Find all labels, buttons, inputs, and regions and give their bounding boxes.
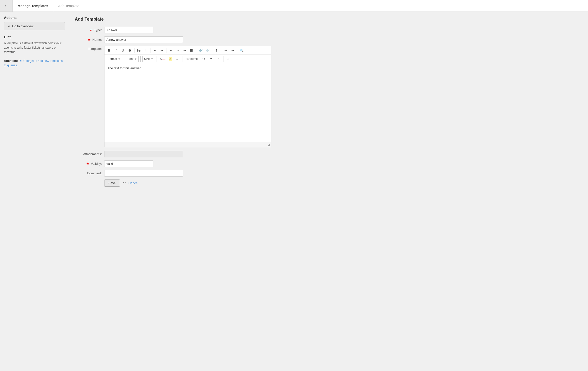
indent-button[interactable]: ⇥ bbox=[159, 47, 165, 54]
toolbar-sep-2 bbox=[150, 48, 150, 53]
link-button[interactable]: 🔗 bbox=[197, 47, 204, 54]
form-actions: Save or Cancel bbox=[75, 179, 582, 187]
highlight-color-button[interactable]: A bbox=[168, 56, 173, 62]
toolbar-sep-12 bbox=[223, 56, 223, 62]
source-button[interactable]: ⎘ Source bbox=[184, 56, 199, 62]
format-dropdown[interactable]: Format ▼ bbox=[106, 56, 122, 62]
actions-title: Actions bbox=[4, 16, 65, 20]
sidebar: Actions ◄ Go to overview Hint A template… bbox=[0, 12, 69, 371]
attachments-row: Attachments: bbox=[75, 151, 582, 157]
type-label: ★ Type: bbox=[75, 28, 104, 32]
justify-button[interactable]: ☰ bbox=[188, 47, 195, 54]
source-icon: ⎘ bbox=[186, 57, 188, 61]
required-star: ★ bbox=[89, 28, 92, 32]
block-button[interactable]: ¶ bbox=[213, 47, 220, 54]
manage-templates-breadcrumb[interactable]: Manage Templates bbox=[13, 0, 53, 12]
hint-text: A template is a default text which helps… bbox=[4, 41, 65, 68]
main-layout: Actions ◄ Go to overview Hint A template… bbox=[0, 12, 588, 371]
attachments-input[interactable] bbox=[104, 151, 183, 157]
toolbar-sep-10 bbox=[157, 56, 157, 62]
toolbar-sep-9 bbox=[140, 56, 141, 62]
ordered-list-button[interactable]: № bbox=[136, 47, 142, 54]
align-left-button[interactable]: ⇤ bbox=[168, 47, 174, 54]
toolbar-sep-3 bbox=[166, 48, 166, 53]
strikethrough-button[interactable]: S bbox=[127, 47, 133, 54]
template-label: Template: bbox=[75, 46, 104, 51]
editor-body[interactable]: The text for this answer . . . bbox=[104, 63, 271, 142]
required-star-3: ★ bbox=[86, 162, 89, 165]
size-dropdown[interactable]: Size ▼ bbox=[142, 56, 155, 62]
name-input[interactable] bbox=[104, 36, 183, 43]
italic-button[interactable]: I bbox=[113, 47, 119, 54]
editor-toolbar-row2: Format ▼ Font ▼ Size ▼ A bbox=[104, 55, 271, 63]
required-star-2: ★ bbox=[88, 38, 91, 41]
font-color-button[interactable]: A bbox=[159, 56, 167, 62]
underline-button[interactable]: U bbox=[120, 47, 126, 54]
quote-button[interactable]: ❝ bbox=[208, 56, 214, 62]
comment-input[interactable] bbox=[104, 170, 183, 177]
font-color-indicator bbox=[162, 59, 165, 59]
bold-button[interactable]: B bbox=[106, 47, 112, 54]
editor-container: B I U S № ⋮ ⇤ ⇥ ⇤ ↔ ⇥ ☰ 🔗 bbox=[104, 46, 271, 147]
editor-placeholder: The text for this answer . . . bbox=[107, 66, 268, 70]
fullscreen-button[interactable]: ⤢ bbox=[225, 56, 232, 62]
type-row: ★ Type: bbox=[75, 27, 582, 33]
home-icon: ⌂ bbox=[5, 3, 8, 8]
type-input[interactable] bbox=[104, 27, 153, 33]
comment-label: Comment: bbox=[75, 171, 104, 175]
name-label: ★ Name: bbox=[75, 38, 104, 41]
font-dropdown[interactable]: Font ▼ bbox=[126, 56, 139, 62]
align-center-button[interactable]: ↔ bbox=[175, 47, 181, 54]
toolbar-sep-7 bbox=[237, 48, 237, 53]
resize-icon: ◢ bbox=[267, 143, 270, 147]
toolbar-sep-8 bbox=[124, 56, 124, 62]
go-to-overview-button[interactable]: ◄ Go to overview bbox=[4, 22, 65, 30]
toolbar-sep-5 bbox=[212, 48, 212, 53]
attachments-label: Attachments: bbox=[75, 152, 104, 156]
cancel-link[interactable]: Cancel bbox=[128, 181, 138, 185]
add-template-breadcrumb: Add Template bbox=[53, 0, 84, 12]
save-button[interactable]: Save bbox=[104, 179, 120, 187]
find-button[interactable]: 🔍 bbox=[238, 47, 245, 54]
page-title: Add Template bbox=[75, 17, 582, 22]
validity-label: ★ Validity: bbox=[75, 162, 104, 165]
validity-row: ★ Validity: bbox=[75, 160, 582, 167]
hint-box: Hint A template is a default text which … bbox=[4, 35, 65, 68]
name-row: ★ Name: bbox=[75, 36, 582, 43]
unlink-button[interactable]: 🔗 bbox=[204, 47, 211, 54]
editor-toolbar-row1: B I U S № ⋮ ⇤ ⇥ ⇤ ↔ ⇥ ☰ 🔗 bbox=[104, 46, 271, 55]
comment-row: Comment: bbox=[75, 170, 582, 177]
validity-input[interactable] bbox=[104, 160, 153, 167]
toolbar-sep-6 bbox=[221, 48, 221, 53]
redo-button[interactable]: ↪ bbox=[229, 47, 236, 54]
unordered-list-button[interactable]: ⋮ bbox=[143, 47, 149, 54]
content-area: Add Template ★ Type: ★ Name: Template: B bbox=[69, 12, 588, 371]
omega-button[interactable]: Ω bbox=[200, 56, 207, 62]
align-right-button[interactable]: ⇥ bbox=[181, 47, 188, 54]
editor-resize-handle[interactable]: ◢ bbox=[104, 142, 271, 147]
toolbar-sep-1 bbox=[134, 48, 134, 53]
hint-title: Hint bbox=[4, 35, 65, 39]
size-dropdown-arrow: ▼ bbox=[151, 58, 153, 60]
toolbar-sep-4 bbox=[196, 48, 196, 53]
font-dropdown-arrow: ▼ bbox=[134, 58, 137, 60]
home-breadcrumb[interactable]: ⌂ bbox=[0, 0, 13, 12]
or-text: or bbox=[123, 181, 126, 185]
template-row: Template: B I U S № ⋮ ⇤ ⇥ ⇤ ↔ ⇥ bbox=[75, 46, 582, 147]
format-dropdown-arrow: ▼ bbox=[118, 58, 120, 60]
back-arrow-icon: ◄ bbox=[7, 25, 10, 28]
toolbar-sep-11 bbox=[182, 56, 182, 62]
undo-button[interactable]: ↩ bbox=[222, 47, 229, 54]
outdent-button[interactable]: ⇤ bbox=[152, 47, 158, 54]
double-quote-button[interactable]: ❞ bbox=[215, 56, 221, 62]
breadcrumb: ⌂ Manage Templates Add Template bbox=[0, 0, 588, 12]
attention-label: Attention: bbox=[4, 59, 18, 63]
clear-format-button[interactable]: Ix bbox=[174, 56, 180, 62]
